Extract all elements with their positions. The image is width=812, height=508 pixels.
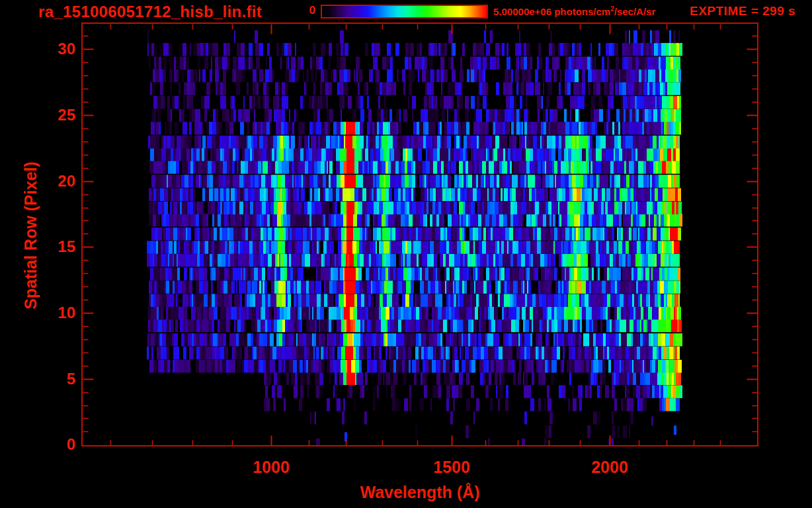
y-tick-label: 20 <box>46 173 75 190</box>
y-axis-title: Spatial Row (Pixel) <box>21 161 40 310</box>
y-tick-label: 10 <box>46 304 75 321</box>
x-axis-title: Wavelength (Å) <box>321 483 519 502</box>
y-tick-label: 0 <box>46 436 75 453</box>
colorbar-max-label: 5.00000e+06 photons/cm2/sec/A/sr <box>493 5 655 17</box>
colorbar-gradient <box>321 5 488 19</box>
exptime-label: EXPTIME = 299 s <box>690 4 795 19</box>
colorbar-max-value: 5.00000e+06 photons/cm <box>493 6 610 17</box>
colorbar-min-label: 0 <box>286 4 315 17</box>
plot-title: ra_151006051712_hisb_lin.fit <box>38 3 262 21</box>
colorbar-units-rest: /sec/A/sr <box>614 6 656 17</box>
x-tick-label: 1000 <box>231 458 311 477</box>
x-tick-label: 2000 <box>570 458 649 477</box>
y-tick-label: 15 <box>46 238 75 255</box>
y-tick-label: 25 <box>46 106 75 124</box>
y-tick-label: 5 <box>46 370 75 388</box>
spectrogram-viewer-window: ra_151006051712_hisb_lin.fit 0 5.00000e+… <box>0 0 812 508</box>
x-tick-label: 1500 <box>412 458 491 477</box>
y-tick-label: 30 <box>46 40 75 58</box>
spectral-heatmap-canvas <box>83 24 757 445</box>
